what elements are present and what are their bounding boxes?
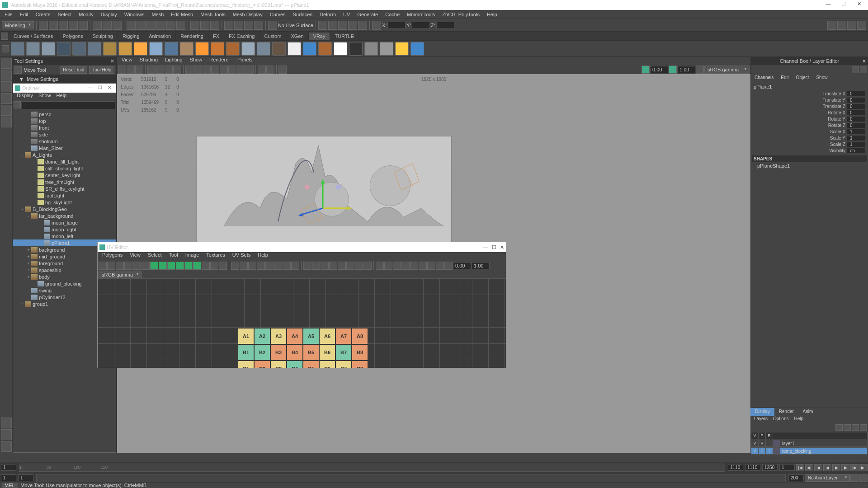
shelf-button-13[interactable] bbox=[211, 42, 224, 56]
uv-min[interactable]: — bbox=[483, 244, 488, 250]
toggle-c-button[interactable] bbox=[338, 21, 347, 30]
range-track[interactable] bbox=[36, 474, 786, 482]
cb-icon-a[interactable] bbox=[852, 66, 859, 73]
snap-grid-button[interactable] bbox=[127, 21, 136, 30]
vp-texture-button[interactable] bbox=[203, 66, 211, 74]
vp-motion-button[interactable] bbox=[237, 66, 245, 74]
vp-select-button[interactable] bbox=[118, 66, 126, 74]
vp-gamma-icon[interactable] bbox=[669, 66, 677, 74]
vp-aa-button[interactable] bbox=[245, 66, 254, 74]
uv-menu-polygons[interactable]: Polygons bbox=[99, 252, 126, 260]
outliner-node-SR_cliffs_keylight[interactable]: SR_cliffs_keylight bbox=[13, 185, 116, 192]
uv-tool-16[interactable] bbox=[240, 262, 248, 270]
attr-rotate-z[interactable]: Rotate Z0 bbox=[752, 122, 867, 128]
uv-tool-33[interactable] bbox=[393, 262, 401, 270]
vp-xray-joint-button[interactable] bbox=[266, 66, 274, 74]
menu-uv[interactable]: UV bbox=[340, 12, 354, 17]
uv-grid[interactable]: A1A2A3A4A5A6A7A8B1B2B3B4B5B6B7B8C1C2C3C4… bbox=[98, 278, 506, 368]
shelf-tab-sculpting[interactable]: Sculpting bbox=[88, 33, 118, 40]
rotate-tool[interactable] bbox=[1, 93, 12, 104]
shelf-button-2[interactable] bbox=[42, 42, 55, 56]
outliner-min[interactable]: — bbox=[86, 85, 95, 91]
step-back-button[interactable]: ◀ bbox=[814, 464, 822, 471]
shelf-button-10[interactable] bbox=[165, 42, 178, 56]
new-scene-button[interactable] bbox=[39, 21, 48, 30]
vp-menu-lighting[interactable]: Lighting bbox=[161, 57, 186, 65]
sidebar-toggle-d[interactable] bbox=[857, 21, 866, 30]
uv-tool-24[interactable] bbox=[312, 262, 320, 270]
uv-tool-21[interactable] bbox=[283, 262, 291, 270]
layer-tab-anim[interactable]: Anim bbox=[798, 408, 818, 416]
uv-tool-3[interactable] bbox=[124, 262, 132, 270]
uv-tool-4[interactable] bbox=[133, 262, 141, 270]
outliner-menu-show[interactable]: Show bbox=[36, 93, 54, 101]
uv-tool-25[interactable] bbox=[321, 262, 329, 270]
uv-tool-31[interactable] bbox=[376, 262, 384, 270]
layer-menu-layers[interactable]: Layers bbox=[751, 416, 770, 423]
uv-tool-9[interactable] bbox=[176, 262, 184, 270]
reset-tool-button[interactable]: Reset Tool bbox=[60, 66, 87, 74]
uv-tool-36[interactable] bbox=[419, 262, 427, 270]
livesurface-icon[interactable] bbox=[268, 21, 277, 30]
shelf-button-14[interactable] bbox=[226, 42, 240, 56]
cb-icon-b[interactable] bbox=[860, 66, 867, 73]
outliner-node-center_keyLight[interactable]: center_keyLight bbox=[13, 172, 116, 178]
rewind-button[interactable]: |◀ bbox=[796, 464, 804, 471]
construction-history-button[interactable] bbox=[224, 21, 233, 30]
outliner-node-B_BlockingGeo[interactable]: -B_BlockingGeo bbox=[13, 206, 116, 212]
outliner-menu-help[interactable]: Help bbox=[54, 93, 70, 101]
shelf-tab-turtle[interactable]: TURTLE bbox=[330, 33, 359, 40]
outliner-node-persp[interactable]: persp bbox=[13, 111, 116, 117]
prefs-button[interactable] bbox=[859, 474, 868, 482]
mel-label[interactable]: MEL bbox=[2, 483, 18, 488]
menu-windows[interactable]: Windows bbox=[121, 12, 148, 17]
cb-tab-object[interactable]: Object bbox=[793, 74, 813, 82]
uv-tool-30[interactable] bbox=[363, 262, 372, 270]
vp-safe-button[interactable] bbox=[173, 66, 181, 74]
undo-button[interactable] bbox=[69, 21, 78, 30]
menu-cache[interactable]: Cache bbox=[382, 12, 403, 17]
outliner-node-Man_Sizer[interactable]: Man_Sizer bbox=[13, 145, 116, 151]
menu-zhcg_polytools[interactable]: ZhCG_PolyTools bbox=[439, 12, 483, 17]
shelf-button-25[interactable] bbox=[395, 42, 409, 56]
shelf-button-0[interactable] bbox=[11, 42, 24, 56]
uv-tool-17[interactable] bbox=[248, 262, 256, 270]
z-field[interactable] bbox=[436, 22, 454, 29]
uv-menu-tool[interactable]: Tool bbox=[165, 252, 182, 260]
tool-help-button[interactable]: Tool Help bbox=[89, 66, 114, 74]
uv-tool-20[interactable] bbox=[274, 262, 282, 270]
shelf-tab-polygons[interactable]: Polygons bbox=[58, 33, 88, 40]
uv-tool-12[interactable] bbox=[202, 262, 210, 270]
outliner-node-A_Lights[interactable]: -A_Lights bbox=[13, 151, 116, 158]
snap-curve-button[interactable] bbox=[137, 21, 146, 30]
layout-four[interactable] bbox=[1, 429, 12, 440]
redo-button[interactable] bbox=[79, 21, 88, 30]
shelf-button-12[interactable] bbox=[195, 42, 209, 56]
abs-transform-icon[interactable] bbox=[372, 21, 381, 30]
uv-tool-18[interactable] bbox=[257, 262, 265, 270]
uv-tool-8[interactable] bbox=[167, 262, 175, 270]
shelf-button-22[interactable] bbox=[349, 42, 363, 56]
window-close[interactable]: ✕ bbox=[852, 1, 866, 9]
range-start-field[interactable] bbox=[1, 474, 16, 481]
r1-field[interactable] bbox=[728, 464, 743, 471]
lasso-tool[interactable] bbox=[1, 70, 12, 80]
menu-generate[interactable]: Generate bbox=[354, 12, 382, 17]
outliner-node-dome_fill_Light[interactable]: dome_fill_Light bbox=[13, 158, 116, 165]
uv-tool-34[interactable] bbox=[401, 262, 410, 270]
layer-tab-render[interactable]: Render bbox=[774, 408, 798, 416]
menu-edit[interactable]: Edit bbox=[16, 12, 32, 17]
toggle-d-button[interactable] bbox=[348, 21, 357, 30]
lasso-button[interactable] bbox=[103, 21, 112, 30]
select-tool[interactable] bbox=[1, 58, 12, 69]
menu-mesh[interactable]: Mesh bbox=[148, 12, 167, 17]
uv-tool-35[interactable] bbox=[410, 262, 418, 270]
outliner-node-front[interactable]: front bbox=[13, 124, 116, 131]
layer-layer1[interactable]: VPlayer1 bbox=[751, 440, 868, 447]
layout-custom[interactable] bbox=[1, 441, 12, 452]
shape-name[interactable]: pPlaneShape1 bbox=[752, 162, 867, 169]
shelf-tab-rendering[interactable]: Rendering bbox=[176, 33, 208, 40]
shelf-button-17[interactable] bbox=[272, 42, 286, 56]
menu-edit-mesh[interactable]: Edit Mesh bbox=[167, 12, 197, 17]
layer-menu-help[interactable]: Help bbox=[791, 416, 806, 423]
